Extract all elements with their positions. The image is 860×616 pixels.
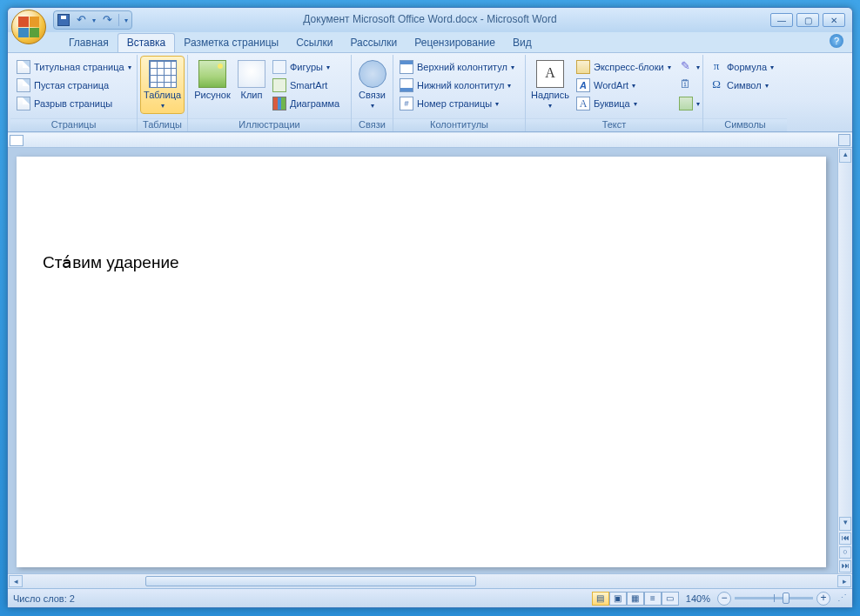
equation-icon: π bbox=[709, 60, 723, 74]
table-button[interactable]: Таблица ▾ bbox=[141, 57, 184, 113]
blank-page-button[interactable]: Пустая страница bbox=[14, 77, 134, 94]
object-button[interactable]: ▾ bbox=[676, 95, 695, 112]
zoom-track[interactable] bbox=[735, 597, 813, 599]
smartart-button[interactable]: SmartArt bbox=[270, 77, 342, 94]
page-viewport: Ста́вим ударение ▴ ▾ ⏮ ○ ⏭ bbox=[8, 148, 852, 573]
textbox-icon: A bbox=[536, 60, 564, 88]
qat-separator bbox=[118, 14, 119, 26]
browse-object-button[interactable]: ○ bbox=[839, 546, 851, 559]
tab-mailings[interactable]: Рассылки bbox=[341, 34, 406, 52]
wordart-icon: A bbox=[576, 78, 590, 92]
group-pages: Титульная страница ▾ Пустая страница Раз… bbox=[10, 55, 138, 131]
office-button[interactable] bbox=[11, 10, 46, 44]
group-text: A Надпись ▾ Экспресс-блоки ▾ A WordArt ▾ bbox=[526, 55, 703, 131]
ruler-toggle[interactable] bbox=[838, 134, 850, 146]
scroll-left-button[interactable]: ◂ bbox=[9, 575, 23, 587]
chevron-down-icon: ▾ bbox=[128, 64, 131, 71]
tab-view[interactable]: Вид bbox=[504, 34, 541, 52]
help-button[interactable]: ? bbox=[830, 34, 843, 48]
undo-dropdown[interactable]: ▾ bbox=[92, 17, 96, 24]
zoom-thumb[interactable] bbox=[783, 593, 789, 604]
fullscreen-view[interactable]: ▣ bbox=[609, 592, 627, 606]
link-icon bbox=[359, 60, 386, 88]
save-icon[interactable] bbox=[57, 14, 70, 26]
clip-icon bbox=[238, 60, 265, 88]
horizontal-scrollbar[interactable]: ◂ ▸ bbox=[8, 573, 852, 588]
cover-page-label: Титульная страница bbox=[34, 62, 124, 72]
date-icon: 🗓 bbox=[679, 78, 693, 92]
horizontal-ruler[interactable] bbox=[8, 133, 852, 148]
redo-icon[interactable]: ↷ bbox=[101, 14, 113, 26]
maximize-button[interactable]: ▢ bbox=[796, 13, 819, 27]
print-layout-view[interactable]: ▤ bbox=[592, 592, 609, 606]
shapes-button[interactable]: Фигуры ▾ bbox=[270, 58, 342, 76]
picture-button[interactable]: Рисунок bbox=[191, 57, 233, 104]
quickparts-button[interactable]: Экспресс-блоки ▾ bbox=[574, 58, 674, 76]
header-label: Верхний колонтитул bbox=[417, 62, 507, 72]
cover-page-button[interactable]: Титульная страница ▾ bbox=[14, 58, 134, 76]
zoom-level[interactable]: 140% bbox=[686, 593, 710, 604]
ribbon-tabs: Главная Вставка Разметка страницы Ссылки… bbox=[8, 32, 852, 52]
pagenum-button[interactable]: # Номер страницы ▾ bbox=[397, 95, 517, 112]
group-links: Связи ▾ Связи bbox=[352, 55, 393, 131]
chevron-down-icon: ▾ bbox=[696, 64, 700, 71]
word-count[interactable]: Число слов: 2 bbox=[13, 593, 75, 604]
zoom-in-button[interactable]: + bbox=[816, 592, 830, 606]
signature-button[interactable]: ✎ ▾ bbox=[676, 58, 695, 76]
textbox-button[interactable]: A Надпись ▾ bbox=[529, 57, 571, 113]
scroll-down-button[interactable]: ▾ bbox=[839, 517, 851, 531]
zoom-out-button[interactable]: − bbox=[717, 592, 731, 606]
shapes-label: Фигуры bbox=[290, 62, 323, 72]
document-text[interactable]: Ста́вим ударение bbox=[43, 252, 802, 272]
chevron-down-icon: ▾ bbox=[371, 102, 374, 110]
datetime-button[interactable]: 🗓 bbox=[676, 77, 695, 94]
draft-view[interactable]: ▭ bbox=[662, 592, 679, 606]
scroll-right-button[interactable]: ▸ bbox=[837, 575, 851, 587]
wordart-button[interactable]: A WordArt ▾ bbox=[574, 77, 674, 94]
chart-button[interactable]: Диаграмма bbox=[270, 95, 342, 112]
scroll-up-button[interactable]: ▴ bbox=[839, 149, 851, 163]
footer-button[interactable]: Нижний колонтитул ▾ bbox=[397, 77, 517, 94]
web-layout-view[interactable]: ▦ bbox=[627, 592, 644, 606]
vertical-scrollbar[interactable]: ▴ ▾ ⏮ ○ ⏭ bbox=[837, 148, 852, 573]
tab-layout[interactable]: Разметка страницы bbox=[175, 34, 287, 52]
tab-home[interactable]: Главная bbox=[60, 34, 118, 52]
dropcap-button[interactable]: A Буквица ▾ bbox=[574, 95, 674, 112]
hscroll-thumb[interactable] bbox=[145, 576, 476, 586]
links-button[interactable]: Связи ▾ bbox=[355, 57, 389, 113]
header-button[interactable]: Верхний колонтитул ▾ bbox=[397, 58, 517, 76]
equation-label: Формула bbox=[727, 62, 767, 72]
tab-review[interactable]: Рецензирование bbox=[406, 34, 504, 52]
hscroll-track[interactable] bbox=[24, 575, 836, 587]
prev-page-button[interactable]: ⏮ bbox=[839, 532, 851, 545]
page-break-label: Разрыв страницы bbox=[34, 98, 112, 109]
tab-insert[interactable]: Вставка bbox=[118, 33, 176, 52]
document-page[interactable]: Ста́вим ударение bbox=[17, 157, 826, 567]
chevron-down-icon: ▾ bbox=[632, 82, 635, 90]
vscroll-track[interactable] bbox=[838, 164, 852, 516]
resize-grip[interactable]: ⋰ bbox=[837, 593, 847, 604]
symbol-button[interactable]: Ω Символ ▾ bbox=[707, 77, 776, 94]
chevron-down-icon: ▾ bbox=[507, 82, 511, 90]
group-symbols-label: Символы bbox=[703, 118, 787, 131]
outline-view[interactable]: ≡ bbox=[644, 592, 662, 606]
next-page-button[interactable]: ⏭ bbox=[839, 560, 851, 572]
group-hf-label: Колонтитулы bbox=[393, 118, 525, 131]
quick-access-toolbar: ↶ ▾ ↷ ▾ bbox=[53, 10, 132, 30]
dropcap-icon: A bbox=[576, 97, 590, 110]
page-break-button[interactable]: Разрыв страницы bbox=[14, 95, 134, 112]
close-button[interactable]: ✕ bbox=[823, 13, 845, 27]
qat-customize[interactable]: ▾ bbox=[124, 17, 128, 24]
object-icon bbox=[679, 97, 693, 110]
equation-button[interactable]: π Формула ▾ bbox=[707, 58, 776, 76]
symbol-icon: Ω bbox=[709, 78, 723, 92]
smartart-icon bbox=[272, 78, 286, 92]
quickparts-label: Экспресс-блоки bbox=[594, 62, 664, 72]
minimize-button[interactable]: — bbox=[770, 13, 793, 27]
tab-references[interactable]: Ссылки bbox=[287, 34, 341, 52]
chevron-down-icon: ▾ bbox=[495, 100, 499, 108]
undo-icon[interactable]: ↶ bbox=[75, 14, 87, 26]
clip-button[interactable]: Клип bbox=[236, 57, 267, 104]
tab-selector[interactable] bbox=[10, 135, 24, 146]
chart-label: Диаграмма bbox=[290, 98, 339, 109]
